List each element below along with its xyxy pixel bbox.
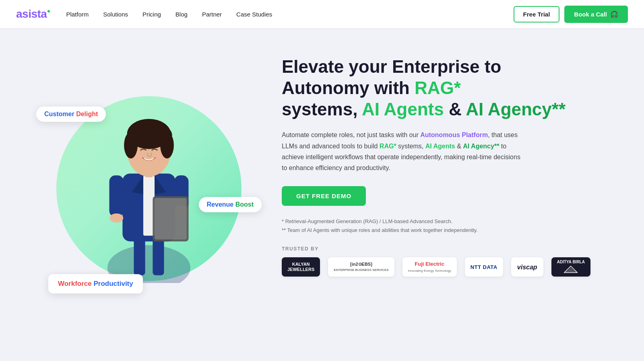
hero-description: Automate complete roles, not just tasks … bbox=[282, 129, 523, 173]
revenue-boost-green: Boost bbox=[235, 201, 254, 208]
heading-ai-agents: AI Agents bbox=[362, 99, 444, 119]
footnote-2: ** Team of AI Agents with unique roles a… bbox=[282, 226, 620, 235]
person-illustration bbox=[89, 87, 209, 283]
book-call-button[interactable]: Book a Call 🎧 bbox=[564, 6, 628, 23]
logo-aditya-birla: ADITYA BIRLA bbox=[551, 257, 590, 277]
nav-blog[interactable]: Blog bbox=[175, 11, 188, 18]
hero-left: Customer Delight Revenue Boost Workforce… bbox=[24, 44, 274, 326]
nav-pricing[interactable]: Pricing bbox=[142, 11, 161, 18]
brand-name: asista bbox=[16, 8, 47, 21]
nav-partner[interactable]: Partner bbox=[202, 11, 222, 18]
trusted-section: TRUSTED BY KALYANJEWELLERS [in2⊙EBS]ENTE… bbox=[282, 246, 620, 277]
headset-icon: 🎧 bbox=[610, 10, 618, 18]
customer-delight-red: Delight bbox=[76, 111, 98, 117]
navbar: asista Platform Solutions Pricing Blog P… bbox=[0, 0, 644, 28]
brand-logo[interactable]: asista bbox=[16, 8, 50, 21]
nav-actions: Free Trial Book a Call 🎧 bbox=[514, 6, 628, 23]
hero-heading: Elevate your Enterprise to Autonomy with… bbox=[282, 56, 620, 120]
trusted-logos: KALYANJEWELLERS [in2⊙EBS]ENTERPRISE BUSI… bbox=[282, 257, 620, 277]
tag-workforce-productivity: Workforce Productivity bbox=[48, 274, 143, 293]
tag-customer-delight: Customer Delight bbox=[36, 107, 106, 122]
book-call-label: Book a Call bbox=[574, 11, 607, 18]
logo-fuji: Fuji Electric Innovating Energy Technolo… bbox=[402, 257, 457, 277]
heading-ai-agency: AI Agency** bbox=[466, 99, 566, 119]
desc-start: Automate complete roles, not just tasks … bbox=[282, 131, 420, 138]
hero-section: Customer Delight Revenue Boost Workforce… bbox=[0, 28, 644, 361]
svg-point-17 bbox=[160, 132, 174, 159]
heading-and: & bbox=[444, 99, 466, 119]
hero-footnotes: * Retrieval-Augmented Generation (RAG) /… bbox=[282, 217, 620, 235]
svg-point-19 bbox=[155, 154, 163, 159]
autonomous-platform-link: Autonomous Platform bbox=[420, 131, 488, 138]
nav-platform[interactable]: Platform bbox=[66, 11, 89, 18]
revenue-boost-blue: Revenue bbox=[207, 201, 235, 208]
heading-line2: Autonomy with bbox=[282, 78, 415, 98]
heading-line1: Elevate your Enterprise to bbox=[282, 57, 501, 76]
desc-mid2: systems, bbox=[396, 143, 425, 150]
workforce-red: Workforce bbox=[58, 280, 94, 287]
nav-solutions[interactable]: Solutions bbox=[103, 11, 128, 18]
logo-kalyan: KALYANJEWELLERS bbox=[282, 257, 320, 277]
desc-rag: RAG* bbox=[380, 143, 396, 150]
trusted-by-label: TRUSTED BY bbox=[282, 246, 620, 252]
free-trial-button[interactable]: Free Trial bbox=[514, 6, 560, 23]
nav-case-studies[interactable]: Case Studies bbox=[236, 11, 272, 18]
desc-ai-agency: AI Agency** bbox=[463, 143, 499, 150]
hero-right: Elevate your Enterprise to Autonomy with… bbox=[274, 44, 620, 277]
heading-line3: systems, bbox=[282, 99, 362, 119]
desc-mid3: & bbox=[455, 143, 463, 150]
brand-dot bbox=[47, 10, 50, 12]
logo-nttdata: NTT DATA bbox=[465, 257, 503, 277]
customer-delight-blue: Customer bbox=[44, 111, 76, 117]
svg-rect-12 bbox=[155, 198, 187, 240]
svg-point-9 bbox=[110, 213, 124, 223]
hero-image bbox=[89, 87, 209, 283]
nav-links: Platform Solutions Pricing Blog Partner … bbox=[66, 11, 513, 18]
tag-revenue-boost: Revenue Boost bbox=[199, 197, 262, 212]
svg-point-18 bbox=[135, 154, 142, 159]
footnote-1: * Retrieval-Augmented Generation (RAG) /… bbox=[282, 217, 620, 226]
svg-rect-7 bbox=[109, 176, 124, 217]
heading-rag: RAG* bbox=[415, 78, 461, 98]
get-free-demo-button[interactable]: GET FREE DEMO bbox=[282, 186, 366, 206]
logo-in2ebs: [in2⊙EBS]ENTERPRISE BUSINESS SERVICES bbox=[328, 257, 394, 277]
logo-viscap: viscap bbox=[511, 257, 543, 277]
workforce-blue: Productivity bbox=[94, 280, 133, 287]
desc-ai-agents: AI Agents bbox=[425, 143, 455, 150]
